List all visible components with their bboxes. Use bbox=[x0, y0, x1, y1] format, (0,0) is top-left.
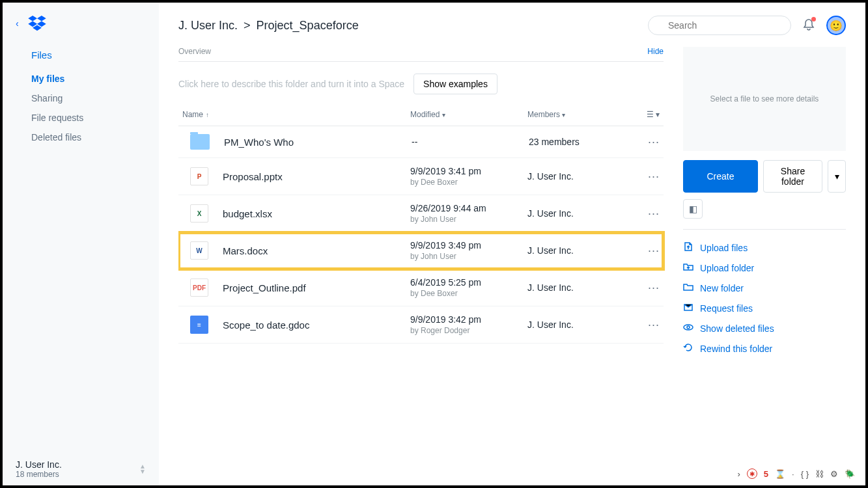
devtools-chevron-icon[interactable]: › bbox=[738, 469, 740, 479]
create-button[interactable]: Create bbox=[683, 160, 758, 193]
breadcrumb-separator: > bbox=[244, 19, 251, 32]
file-members: J. User Inc. bbox=[527, 319, 612, 330]
file-name: PM_Who's Who bbox=[224, 137, 412, 148]
dropdown-caret-icon: ▾ bbox=[562, 111, 565, 118]
file-modified: 9/26/2019 9:44 amby John User bbox=[410, 203, 527, 224]
search-input[interactable] bbox=[668, 20, 782, 31]
file-table-header: Name↑ Modified ▾ Members ▾ ☰ ▾ bbox=[178, 110, 664, 126]
file-members: J. User Inc. bbox=[527, 171, 612, 182]
upload-folder-icon bbox=[683, 262, 693, 274]
file-modified: -- bbox=[412, 137, 529, 147]
gdoc-icon: ≡ bbox=[190, 316, 208, 334]
breadcrumb: J. User Inc. > Project_Spaceforce bbox=[178, 19, 359, 33]
team-name: J. User Inc. bbox=[16, 459, 62, 470]
new-folder-icon bbox=[683, 282, 693, 294]
file-members: J. User Inc. bbox=[527, 282, 612, 293]
user-avatar[interactable]: 🙂 bbox=[826, 16, 846, 35]
notifications-icon[interactable] bbox=[803, 18, 815, 33]
pdf-icon: PDF bbox=[190, 278, 208, 297]
link-icon[interactable]: ⛓ bbox=[815, 469, 824, 479]
braces-icon[interactable]: { } bbox=[801, 469, 809, 479]
sidebar: ‹ Files My files Sharing File requests D… bbox=[3, 3, 159, 485]
sidebar-nav: My files Sharing File requests Deleted f… bbox=[16, 74, 146, 152]
bug-icon[interactable]: 🪲 bbox=[845, 469, 855, 479]
collapse-sidebar-icon[interactable]: ‹ bbox=[16, 18, 19, 29]
gear-icon[interactable]: ⚙ bbox=[830, 469, 838, 479]
sidebar-item-my-files[interactable]: My files bbox=[31, 74, 146, 84]
layout-toggle-icon[interactable]: ◧ bbox=[683, 199, 703, 219]
file-row[interactable]: WMars.docx9/9/2019 3:49 pmby John UserJ.… bbox=[178, 232, 664, 269]
breadcrumb-current[interactable]: Project_Spaceforce bbox=[257, 19, 359, 32]
notification-badge bbox=[811, 17, 816, 21]
file-actions-menu[interactable]: ··· bbox=[612, 281, 660, 295]
file-row[interactable]: PDFProject_Outline.pdf6/4/2019 5:25 pmby… bbox=[178, 269, 664, 306]
xlsx-icon: X bbox=[190, 204, 208, 223]
file-modified: 6/4/2019 5:25 pmby Dee Boxer bbox=[410, 277, 527, 298]
issue-count: 5 bbox=[764, 469, 768, 479]
sidebar-section-title[interactable]: Files bbox=[16, 49, 146, 61]
side-action-new-folder[interactable]: New folder bbox=[683, 278, 846, 298]
dropdown-caret-icon: ▾ bbox=[442, 111, 445, 118]
column-name[interactable]: Name↑ bbox=[182, 110, 410, 119]
side-actions-list: Upload filesUpload folderNew folderReque… bbox=[683, 237, 846, 359]
side-action-rewind[interactable]: Rewind this folder bbox=[683, 338, 846, 359]
file-name: Project_Outline.pdf bbox=[223, 282, 410, 293]
file-row[interactable]: PM_Who's Who--23 members··· bbox=[178, 126, 664, 158]
sidebar-item-deleted-files[interactable]: Deleted files bbox=[31, 132, 146, 142]
main-content: J. User Inc. > Project_Spaceforce 🙂 bbox=[159, 3, 865, 485]
side-action-request[interactable]: Request files bbox=[683, 298, 846, 318]
folder-icon bbox=[190, 134, 210, 150]
details-panel: Select a file to see more details Create… bbox=[683, 47, 846, 485]
breadcrumb-root[interactable]: J. User Inc. bbox=[178, 19, 238, 32]
side-action-upload-folder[interactable]: Upload folder bbox=[683, 258, 846, 278]
search-box[interactable] bbox=[648, 16, 791, 35]
column-members[interactable]: Members ▾ bbox=[527, 110, 612, 119]
svg-point-3 bbox=[684, 325, 693, 330]
hourglass-icon[interactable]: ⌛ bbox=[775, 469, 785, 479]
side-action-show-deleted[interactable]: Show deleted files bbox=[683, 318, 846, 338]
sidebar-item-sharing[interactable]: Sharing bbox=[31, 93, 146, 103]
team-switcher-icon[interactable]: ▲▼ bbox=[139, 464, 146, 474]
file-row[interactable]: Xbudget.xlsx9/26/2019 9:44 amby John Use… bbox=[178, 195, 664, 232]
share-folder-button[interactable]: Share folder bbox=[763, 160, 822, 193]
request-icon bbox=[683, 302, 693, 314]
dropbox-logo bbox=[28, 16, 46, 31]
pptx-icon: P bbox=[190, 167, 208, 185]
overview-label: Overview bbox=[178, 47, 211, 56]
file-members: J. User Inc. bbox=[527, 245, 612, 256]
space-description-prompt[interactable]: Click here to describe this folder and t… bbox=[178, 79, 404, 89]
file-name: Scope_to date.gdoc bbox=[223, 319, 410, 331]
file-members: 23 members bbox=[529, 137, 613, 147]
sort-asc-icon: ↑ bbox=[206, 111, 209, 118]
overview-hide-button[interactable]: Hide bbox=[647, 47, 664, 56]
team-members-count: 18 members bbox=[16, 470, 62, 479]
preview-placeholder: Select a file to see more details bbox=[683, 47, 846, 151]
file-actions-menu[interactable]: ··· bbox=[612, 244, 660, 258]
file-actions-menu[interactable]: ··· bbox=[612, 207, 660, 221]
file-modified: 9/9/2019 3:41 pmby Dee Boxer bbox=[410, 166, 527, 187]
file-name: Proposal.pptx bbox=[223, 171, 410, 182]
sidebar-footer[interactable]: J. User Inc. 18 members ▲▼ bbox=[16, 453, 146, 479]
file-actions-menu[interactable]: ··· bbox=[613, 135, 660, 149]
sidebar-item-file-requests[interactable]: File requests bbox=[31, 113, 146, 123]
show-examples-button[interactable]: Show examples bbox=[413, 74, 497, 94]
file-members: J. User Inc. bbox=[527, 208, 612, 219]
file-modified: 9/9/2019 3:42 pmby Roger Dodger bbox=[410, 314, 527, 335]
svg-point-4 bbox=[687, 326, 690, 329]
file-list: PM_Who's Who--23 members···PProposal.ppt… bbox=[178, 126, 664, 344]
upload-file-icon bbox=[683, 241, 693, 254]
devtools-strip: › ✱ 5 ⌛ · { } ⛓ ⚙ 🪲 bbox=[733, 466, 861, 481]
column-modified[interactable]: Modified ▾ bbox=[410, 110, 527, 119]
file-name: budget.xlsx bbox=[223, 208, 410, 219]
docx-icon: W bbox=[190, 241, 208, 260]
view-options[interactable]: ☰ ▾ bbox=[612, 110, 660, 119]
share-dropdown-button[interactable]: ▾ bbox=[828, 160, 846, 193]
side-action-upload-file[interactable]: Upload files bbox=[683, 237, 846, 258]
file-row[interactable]: PProposal.pptx9/9/2019 3:41 pmby Dee Box… bbox=[178, 158, 664, 195]
accessibility-icon[interactable]: ✱ bbox=[747, 468, 757, 479]
file-row[interactable]: ≡Scope_to date.gdoc9/9/2019 3:42 pmby Ro… bbox=[178, 306, 664, 344]
file-name: Mars.docx bbox=[223, 245, 410, 256]
file-actions-menu[interactable]: ··· bbox=[612, 170, 660, 183]
file-actions-menu[interactable]: ··· bbox=[612, 318, 660, 332]
file-modified: 9/9/2019 3:49 pmby John User bbox=[410, 240, 527, 261]
